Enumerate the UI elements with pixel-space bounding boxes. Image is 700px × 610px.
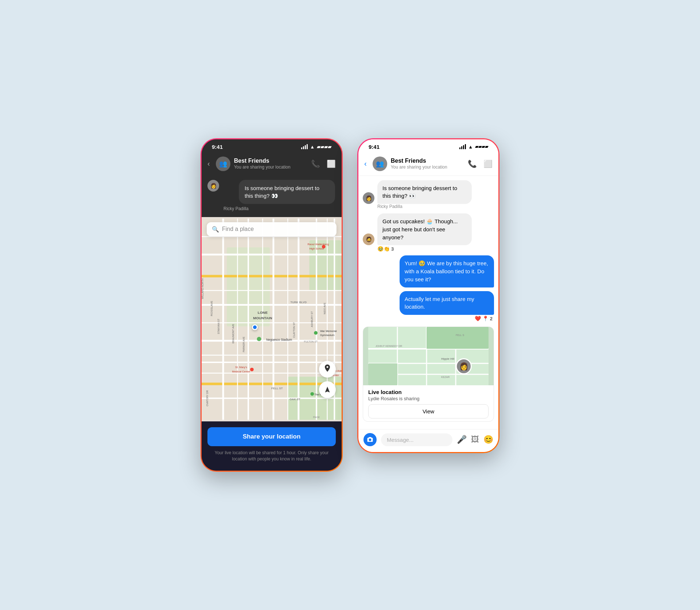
preview-sender-name: Ricky Padilla — [223, 206, 336, 211]
preview-sender-avatar: 👩 — [207, 180, 219, 192]
message-3: Yum! 🥹 We are by this huge tree, with a … — [363, 255, 494, 287]
svg-point-41 — [257, 337, 261, 341]
group-avatar-right: 👥 — [373, 157, 387, 171]
header-subtitle-right: You are sharing your location — [391, 165, 464, 170]
svg-rect-66 — [427, 327, 489, 349]
svg-text:FELL ST: FELL ST — [271, 387, 283, 390]
svg-text:Gymnasium: Gymnasium — [320, 333, 334, 337]
map-card-info: Live location Lydie Rosales is sharing V… — [363, 385, 494, 421]
svg-point-49 — [250, 368, 254, 371]
bottom-panel-left: Share your location Your live location w… — [202, 421, 342, 471]
svg-text:High School: High School — [309, 247, 324, 250]
svg-text:PAGE: PAGE — [313, 416, 320, 418]
header-info-right: Best Friends You are sharing your locati… — [391, 158, 464, 170]
map-card-title: Live location — [368, 389, 489, 395]
view-location-button[interactable]: View — [368, 404, 489, 418]
signal-icon-left — [301, 144, 308, 149]
map-search-bar[interactable]: 🔍 Find a place — [207, 222, 337, 236]
group-avatar-left: 👥 — [216, 157, 230, 171]
preview-bubble: Is someone bringing dessert to this thin… — [239, 180, 335, 204]
bubble-4: Actually let me just share my location. — [400, 291, 494, 315]
svg-text:CLAYTON ST: CLAYTON ST — [293, 322, 295, 337]
header-subtitle-left: You are sharing your location — [234, 165, 307, 170]
phone-left: 9:41 ▲ ▰▰▰▰ ‹ 👥 Best Friends You are sha… — [201, 138, 343, 472]
battery-icon-left: ▰▰▰▰ — [317, 144, 331, 150]
message-input-bar: Message... 🎤 🖼 😊 — [358, 429, 498, 452]
header-info-left: Best Friends You are sharing your locati… — [234, 158, 307, 170]
svg-text:MOUNTAIN: MOUNTAIN — [253, 316, 272, 320]
svg-text:Raoul Wallenberg: Raoul Wallenberg — [307, 243, 328, 246]
status-bar-right: 9:41 ▲ ▰▰▰▰ — [358, 139, 498, 153]
svg-text:KEZAR: KEZAR — [441, 376, 450, 378]
reaction-emoji-4: ❤️ 📍 — [475, 316, 489, 321]
msg-row-4: Actually let me just share my location. — [363, 291, 494, 315]
time-left: 9:41 — [212, 144, 223, 150]
map-area: ROSSLAVE STANYAN ST BEAUMONT AVE PARKER … — [202, 217, 342, 421]
wifi-icon-left: ▲ — [310, 144, 315, 150]
message-4: Actually let me just share my location. … — [363, 291, 494, 322]
preview-message-row: 👩 Is someone bringing dessert to this th… — [207, 180, 336, 204]
msg-row-2: 🧔 Got us cupcakes! 🧁 Though... just got … — [363, 213, 494, 245]
chat-messages: 👩 Is someone bringing dessert to this th… — [358, 176, 498, 429]
svg-text:FULTON ST: FULTON ST — [304, 340, 318, 343]
svg-text:TURK BLVD: TURK BLVD — [290, 300, 307, 304]
search-icon: 🔍 — [212, 226, 219, 233]
avatar-2: 🧔 — [363, 233, 374, 245]
header-actions-right: 📞 ⬜ — [468, 159, 493, 168]
svg-text:PARKER AVE: PARKER AVE — [242, 336, 245, 352]
svg-text:NIDO AVE: NIDO AVE — [323, 302, 326, 314]
status-icons-right: ▲ ▰▰▰▰ — [459, 144, 488, 150]
svg-text:WILLARD NORTH: WILLARD NORTH — [202, 278, 204, 299]
svg-text:St. Mary's: St. Mary's — [235, 366, 247, 369]
time-right: 9:41 — [369, 144, 380, 150]
svg-text:War Memorial: War Memorial — [320, 329, 337, 333]
status-icons-left: ▲ ▰▰▰▰ — [301, 144, 331, 150]
wifi-icon-right: ▲ — [468, 144, 473, 150]
map-card-subtitle: Lydie Rosales is sharing — [368, 396, 489, 401]
svg-text:Negoesco Stadium: Negoesco Stadium — [266, 338, 292, 341]
location-pin-button[interactable] — [319, 361, 336, 378]
msg-row-3: Yum! 🥹 We are by this huge tree, with a … — [363, 255, 494, 287]
share-disclaimer: Your live location will be shared for 1 … — [207, 450, 336, 462]
search-placeholder: Find a place — [222, 226, 254, 232]
group-name-left: Best Friends — [234, 158, 307, 164]
group-name-right: Best Friends — [391, 158, 464, 164]
back-button-right[interactable]: ‹ — [364, 158, 369, 169]
status-bar-left: 9:41 ▲ ▰▰▰▰ — [202, 139, 342, 153]
svg-text:OVATORY DR: OVATORY DR — [206, 390, 209, 406]
video-icon-left[interactable]: ⬜ — [327, 159, 336, 168]
map-user-avatar: 👩 — [456, 358, 472, 374]
sticker-button[interactable]: 😊 — [483, 435, 493, 444]
video-icon-right[interactable]: ⬜ — [483, 159, 493, 168]
reaction-count-4: 2 — [490, 316, 493, 321]
chat-header-right: ‹ 👥 Best Friends You are sharing your lo… — [358, 153, 498, 176]
call-icon-right[interactable]: 📞 — [468, 159, 477, 168]
signal-icon-right — [459, 144, 466, 149]
svg-text:ASHBURY ST: ASHBURY ST — [311, 311, 313, 327]
bubble-1: Is someone bringing dessert to this thin… — [377, 180, 472, 204]
mic-button[interactable]: 🎤 — [457, 435, 467, 444]
camera-button[interactable] — [363, 433, 377, 446]
map-card-image: JOHN F KENNEDY DR FELL S Hippie Hill KEZ… — [363, 327, 494, 385]
svg-rect-67 — [368, 363, 397, 385]
bubble-2: Got us cupcakes! 🧁 Though... just got he… — [377, 213, 472, 245]
chat-preview-left: 👩 Is someone bringing dessert to this th… — [202, 175, 342, 217]
reaction-count-2: 3 — [391, 246, 394, 252]
back-button-left[interactable]: ‹ — [207, 158, 212, 169]
reactions-4: ❤️ 📍 2 — [363, 316, 493, 321]
svg-text:JOHN F KENNEDY DR: JOHN F KENNEDY DR — [376, 345, 402, 347]
svg-text:STANYAN ST: STANYAN ST — [217, 318, 220, 334]
sender-name-1: Ricky Padilla — [377, 204, 494, 209]
chat-header-left: ‹ 👥 Best Friends You are sharing your lo… — [202, 153, 342, 175]
message-input[interactable]: Message... — [381, 433, 452, 446]
share-location-button[interactable]: Share your location — [207, 427, 336, 446]
navigate-button[interactable] — [319, 381, 336, 398]
navigate-icon — [324, 386, 331, 393]
map-card[interactable]: JOHN F KENNEDY DR FELL S Hippie Hill KEZ… — [363, 327, 494, 422]
call-icon-left[interactable]: 📞 — [311, 159, 320, 168]
svg-text:BEAUMONT AVE: BEAUMONT AVE — [232, 324, 234, 343]
location-dot — [252, 324, 258, 330]
message-1: 👩 Is someone bringing dessert to this th… — [363, 180, 494, 210]
photo-button[interactable]: 🖼 — [471, 435, 479, 444]
svg-text:Hippie Hill: Hippie Hill — [441, 357, 454, 360]
